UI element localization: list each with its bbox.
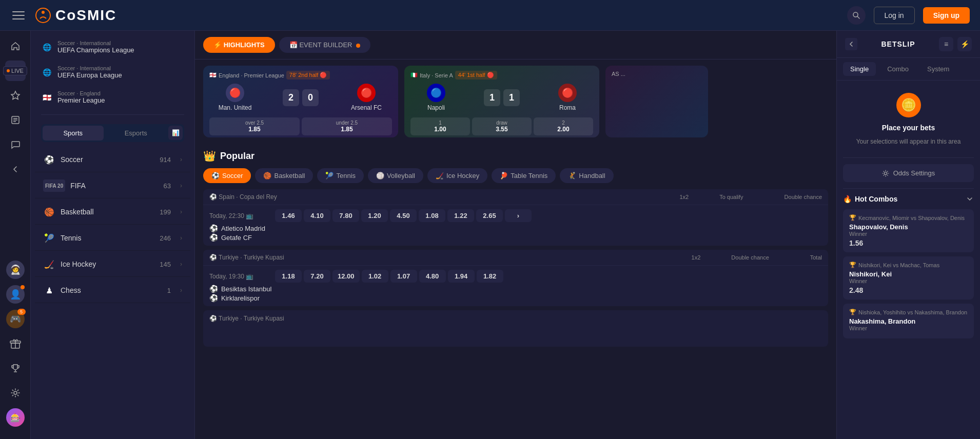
search-button[interactable]: [847, 6, 866, 25]
login-button[interactable]: Log in: [874, 7, 915, 24]
nav-item-premier[interactable]: 🏴󠁧󠁢󠁥󠁮󠁧󠁿 Soccer · England Premier League: [35, 85, 190, 109]
filter-tab-icehockey[interactable]: 🏒 Ice Hockey: [427, 168, 487, 183]
icehockey-arrow-icon: ›: [180, 261, 182, 268]
sidebar-chat-icon[interactable]: [5, 134, 26, 155]
nav-item-champions[interactable]: 🌐 Soccer · International UEFA Champions …: [35, 35, 190, 59]
logo[interactable]: CoSMIC: [35, 7, 116, 24]
highlight-card-2[interactable]: 🇮🇹 Italy · Serie A 44' 1st half 🔴 🔵 Napo…: [404, 66, 599, 137]
sidebar-home-icon[interactable]: [5, 36, 26, 56]
hot-combos-collapse-icon[interactable]: [966, 195, 974, 203]
highlights-tab[interactable]: ⚡ HIGHLIGHTS: [203, 37, 275, 53]
filter-tab-handball[interactable]: 🤾 Handball: [560, 168, 613, 183]
combo-trophy-icon-3: 🏆: [849, 309, 856, 315]
filter-tab-tabletennis[interactable]: 🏓 Table Tennis: [492, 168, 556, 183]
odd-btn-over[interactable]: over 2.5 1.85: [209, 117, 300, 135]
odd-2-1or2d[interactable]: 1.07: [390, 270, 417, 283]
betslip-header: BETSLIP ≡ ⚡: [837, 31, 980, 58]
odd-2-dor2d[interactable]: 4.80: [419, 270, 446, 283]
odd-2-over[interactable]: 1.94: [448, 270, 475, 283]
sidebar-avatar-1[interactable]: 🧑‍🚀: [5, 260, 26, 280]
sidebar-favorites-icon[interactable]: [5, 85, 26, 106]
hcard-score-2: 1 1: [484, 89, 520, 106]
sidebar-avatar-2[interactable]: 👤: [5, 284, 26, 305]
event-builder-tab[interactable]: 📅 EVENT BUILDER: [279, 37, 370, 53]
sidebar-trophy-icon[interactable]: [5, 358, 26, 378]
sport-item-basketball[interactable]: 🏀 Basketball 199 ›: [35, 199, 190, 225]
odd-1-draw[interactable]: 4.10: [304, 209, 330, 222]
filter-tab-soccer[interactable]: ⚽ Soccer: [203, 168, 251, 183]
odd-btn-under[interactable]: under 2.5 1.85: [302, 117, 392, 135]
odds-settings-button[interactable]: Odds Settings: [843, 164, 974, 182]
sidebar-collapse-icon[interactable]: [5, 159, 26, 179]
sidebar-settings-icon[interactable]: [5, 383, 26, 403]
odd-1-dor2[interactable]: 2.65: [476, 209, 503, 222]
betslip-list-icon[interactable]: ≡: [939, 37, 953, 51]
odd-2-1ord[interactable]: 1.02: [362, 270, 388, 283]
betslip-tab-single[interactable]: Single: [843, 62, 876, 76]
odd-2-1[interactable]: 1.18: [275, 270, 302, 283]
odd-1-1or2[interactable]: 1.22: [447, 209, 474, 222]
sport-item-tennis[interactable]: 🎾 Tennis 246 ›: [35, 226, 190, 251]
ham-line-2: [12, 15, 25, 16]
betslip-empty-sub: Your selections will appear in this area: [856, 138, 961, 145]
signup-button[interactable]: Sign up: [923, 7, 970, 24]
stats-icon-btn[interactable]: 📊: [168, 126, 183, 140]
highlight-card-1[interactable]: 🏴󠁧󠁢󠁥󠁮󠁧󠁿 England · Premier League 78' 2nd…: [203, 66, 398, 137]
hcard-league-text-3: AS ...: [612, 71, 625, 77]
betslip-tab-combo[interactable]: Combo: [880, 62, 916, 76]
sidebar-gift-icon[interactable]: [5, 333, 26, 354]
match-block-2: ⚽ Turkiye · Turkiye Kupasi 1x2 Double ch…: [203, 250, 828, 306]
match-col-double-2: Double chance: [731, 254, 769, 261]
betslip-toggle[interactable]: [845, 38, 857, 50]
filter-tab-basketball[interactable]: 🏀 Basketball: [255, 168, 313, 183]
hamburger-menu[interactable]: [10, 7, 27, 24]
sport-count-icehockey: 145: [160, 261, 171, 268]
odd-1-q2[interactable]: 4.50: [390, 209, 417, 222]
odd-btn-draw[interactable]: draw 3.55: [472, 117, 532, 135]
combo-item-1[interactable]: 🏆 Kecmanovic, Miomir vs Shapovalov, Deni…: [843, 209, 974, 252]
combo-item-3[interactable]: 🏆 Nishioka, Yoshihito vs Nakashima, Bran…: [843, 304, 974, 338]
sport-item-soccer[interactable]: ⚽ Soccer 914 ›: [35, 147, 190, 172]
nav-item-europa[interactable]: 🌐 Soccer · International UEFA Europa Lea…: [35, 60, 190, 84]
highlight-card-3[interactable]: AS ...: [605, 66, 708, 137]
betslip-tab-system[interactable]: System: [920, 62, 956, 76]
sidebar-avatar-3[interactable]: 🎮 5: [5, 309, 26, 329]
sport-name-fifa: FIFA: [70, 182, 158, 190]
odd-2-draw[interactable]: 7.20: [304, 270, 330, 283]
hcard-content-3: AS ...: [605, 66, 708, 137]
sport-item-icehockey[interactable]: 🏒 Ice Hockey 145 ›: [35, 252, 190, 277]
odd-label-over: over 2.5: [211, 120, 298, 126]
odd-2-under[interactable]: 1.82: [477, 270, 503, 283]
odd-btn-2[interactable]: 2 2.00: [534, 117, 593, 135]
sidebar-special-icon[interactable]: 🎰: [5, 407, 26, 428]
sidebar-live-icon[interactable]: LIVE: [5, 61, 26, 81]
sidebar-bets-icon[interactable]: [5, 110, 26, 130]
odd-2-2[interactable]: 12.00: [332, 270, 360, 283]
match-time-2: Today, 19:30 📺: [209, 273, 271, 280]
odd-1-team2[interactable]: 7.80: [332, 209, 359, 222]
tab-esports[interactable]: Esports: [106, 126, 167, 141]
odd-btn-1[interactable]: 1 1.00: [410, 117, 470, 135]
filter-handball-label: Handball: [579, 172, 605, 179]
odd-1-1or[interactable]: 1.08: [419, 209, 445, 222]
filter-tab-tennis[interactable]: 🎾 Tennis: [317, 168, 364, 183]
sport-item-fifa[interactable]: FIFA 20 FIFA 63 ›: [35, 173, 190, 198]
sport-item-chess[interactable]: ♟ Chess 1 ›: [35, 278, 190, 303]
nav-main-2: UEFA Europa League: [57, 71, 122, 79]
tab-sports[interactable]: Sports: [43, 126, 104, 141]
filter-tennis-label: Tennis: [336, 172, 356, 179]
match-col-1x2: 1x2: [679, 194, 689, 200]
combo-type-3: Winner: [849, 325, 968, 331]
popular-section: 👑 Popular ⚽ Soccer 🏀 Basketball 🎾: [195, 144, 836, 439]
filter-tennis-icon: 🎾: [325, 172, 334, 179]
hcard-team1-2: 🔵 Napoli: [410, 84, 462, 111]
odd-1-q1[interactable]: 1.20: [361, 209, 388, 222]
odd-1-team1[interactable]: 1.46: [275, 209, 302, 222]
betslip-toggle-icon: [848, 41, 854, 47]
combo-item-2[interactable]: 🏆 Nishikori, Kei vs Machac, Tomas Nishik…: [843, 256, 974, 300]
betslip-lightning-icon[interactable]: ⚡: [957, 37, 972, 51]
team2-name-1: Getafe CF: [221, 234, 252, 242]
odd-1-more[interactable]: ›: [505, 209, 532, 222]
filter-soccer-icon: ⚽: [211, 172, 220, 179]
filter-tab-volleyball[interactable]: 🏐 Volleyball: [368, 168, 423, 183]
